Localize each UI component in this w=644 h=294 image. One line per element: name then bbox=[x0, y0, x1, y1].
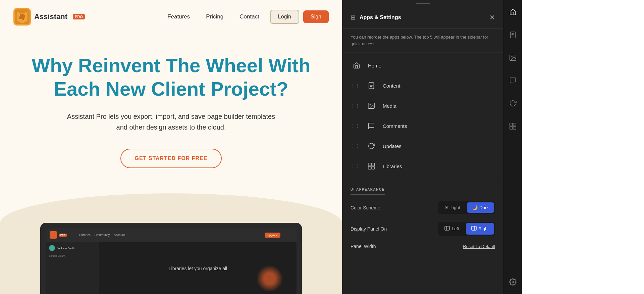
svg-rect-7 bbox=[368, 163, 371, 166]
settings-panel: ⊞ Apps & Settings ✕ You can reorder the … bbox=[342, 0, 503, 294]
logo-pro-badge: PRO bbox=[73, 14, 85, 19]
moon-icon: 🌙 bbox=[472, 205, 478, 210]
panel-width-row: Panel Width Reset To Default bbox=[351, 244, 495, 249]
panel-header: ⊞ Apps & Settings ✕ bbox=[342, 7, 503, 29]
nav-features[interactable]: Features bbox=[167, 13, 190, 20]
panel-right-button[interactable]: Right bbox=[466, 223, 494, 235]
comments-icon bbox=[365, 120, 377, 132]
updates-icon bbox=[365, 140, 377, 152]
svg-rect-18 bbox=[509, 123, 512, 126]
preview-links: Libraries Community Account bbox=[79, 233, 125, 237]
preview-sidebar: Jackson Smith Sample Library bbox=[46, 242, 99, 294]
preview-library-item: Sample Library bbox=[49, 254, 96, 258]
app-name-comments: Comments bbox=[383, 123, 495, 129]
svg-point-6 bbox=[370, 104, 371, 105]
preview-link-account: Account bbox=[114, 233, 125, 237]
logo-area: Assistant PRO bbox=[13, 8, 85, 26]
apps-list: Home ⋮⋮ Content ⋮⋮ Media bbox=[342, 53, 503, 179]
home-icon bbox=[351, 59, 363, 71]
preview-username: Jackson Smith bbox=[57, 247, 74, 250]
sidebar-updates-icon[interactable] bbox=[506, 97, 520, 110]
svg-point-17 bbox=[511, 56, 512, 57]
sidebar-media-icon[interactable] bbox=[506, 51, 520, 64]
sidebar-comments-icon[interactable] bbox=[506, 74, 520, 87]
preview-link-libraries: Libraries bbox=[79, 233, 91, 237]
app-name-updates: Updates bbox=[383, 143, 495, 149]
preview-content: Libraries let you organize all bbox=[99, 242, 297, 294]
display-panel-label: Display Panel On bbox=[351, 226, 438, 232]
navbar: Assistant PRO Features Pricing Contact L… bbox=[0, 0, 342, 34]
preview-logo-icon bbox=[50, 231, 57, 239]
preview-user: Jackson Smith bbox=[49, 245, 96, 251]
media-icon bbox=[365, 100, 377, 112]
preview-avatar bbox=[49, 245, 55, 251]
svg-rect-11 bbox=[445, 226, 449, 230]
sidebar-settings-icon[interactable] bbox=[506, 275, 520, 289]
app-name-home: Home bbox=[368, 63, 495, 68]
preview-body: Jackson Smith Sample Library Libraries l… bbox=[46, 242, 297, 294]
login-button[interactable]: Login bbox=[270, 10, 299, 24]
panel-close-button[interactable]: ✕ bbox=[489, 13, 495, 21]
svg-rect-9 bbox=[368, 166, 371, 169]
nav-contact[interactable]: Contact bbox=[239, 13, 259, 20]
app-name-content: Content bbox=[383, 83, 495, 89]
hero-section: Why Reinvent The Wheel With Each New Cli… bbox=[0, 34, 342, 182]
svg-point-22 bbox=[512, 281, 514, 283]
app-name-media: Media bbox=[383, 103, 495, 109]
drag-handle-comments: ⋮⋮ bbox=[351, 123, 360, 129]
website-preview: Assistant PRO Features Pricing Contact L… bbox=[0, 0, 342, 294]
reset-to-default-button[interactable]: Reset To Default bbox=[463, 244, 495, 249]
far-right-sidebar bbox=[503, 0, 522, 294]
app-item-content[interactable]: ⋮⋮ Content bbox=[342, 76, 503, 96]
content-icon bbox=[365, 80, 377, 92]
color-scheme-row: Color Scheme ☀ Light 🌙 Dark bbox=[351, 201, 495, 214]
signup-button[interactable]: Sign bbox=[303, 10, 329, 23]
panel-left-icon bbox=[444, 226, 450, 232]
nav-links: Features Pricing Contact bbox=[167, 13, 259, 20]
preview-badge: PRO bbox=[59, 234, 67, 237]
svg-rect-19 bbox=[513, 123, 516, 126]
drag-handle-updates: ⋮⋮ bbox=[351, 143, 360, 149]
drag-handle-content: ⋮⋮ bbox=[351, 83, 360, 88]
preview-illustration bbox=[256, 265, 283, 292]
preview-link-community: Community bbox=[95, 233, 110, 237]
nav-pricing[interactable]: Pricing bbox=[206, 13, 223, 20]
app-item-comments[interactable]: ⋮⋮ Comments bbox=[342, 116, 503, 136]
libraries-icon bbox=[365, 160, 377, 172]
logo-icon bbox=[13, 8, 31, 26]
dark-mode-button[interactable]: 🌙 Dark bbox=[467, 202, 494, 213]
svg-rect-4 bbox=[369, 83, 374, 89]
panel-description: You can reorder the apps below. The top … bbox=[342, 29, 503, 53]
hero-cta-button[interactable]: GET STARTED FOR FREE bbox=[120, 149, 221, 168]
preview-logo: PRO bbox=[50, 231, 67, 239]
app-item-home[interactable]: Home bbox=[342, 55, 503, 76]
svg-rect-10 bbox=[372, 166, 374, 169]
drag-handle-media: ⋮⋮ bbox=[351, 103, 360, 108]
panel-left-button[interactable]: Left bbox=[439, 223, 465, 235]
light-mode-button[interactable]: ☀ Light bbox=[439, 202, 465, 213]
panel-right-icon bbox=[471, 226, 477, 232]
panel-width-label: Panel Width bbox=[351, 244, 463, 249]
product-preview: PRO Libraries Community Account Upgrade … bbox=[40, 223, 302, 294]
drag-handle-libraries: ⋮⋮ bbox=[351, 163, 360, 169]
hero-title: Why Reinvent The Wheel With Each New Cli… bbox=[13, 54, 329, 100]
svg-rect-13 bbox=[472, 226, 476, 230]
sidebar-libraries-icon[interactable] bbox=[506, 119, 520, 133]
ui-appearance-label: UI APPEARANCE bbox=[351, 188, 385, 195]
app-item-updates[interactable]: ⋮⋮ Updates bbox=[342, 136, 503, 156]
ui-appearance-section: UI APPEARANCE Color Scheme ☀ Light 🌙 Dar… bbox=[342, 179, 503, 264]
logo-text: Assistant bbox=[34, 12, 67, 21]
svg-rect-20 bbox=[509, 127, 512, 129]
app-item-media[interactable]: ⋮⋮ Media bbox=[342, 96, 503, 116]
sidebar-home-icon[interactable] bbox=[506, 5, 520, 19]
hero-subtitle: Assistant Pro lets you export, import, a… bbox=[64, 111, 278, 133]
preview-upgrade-btn: Upgrade bbox=[265, 233, 280, 238]
color-scheme-toggle: ☀ Light 🌙 Dark bbox=[438, 201, 495, 214]
preview-inner: PRO Libraries Community Account Upgrade … bbox=[46, 228, 297, 294]
preview-navbar: PRO Libraries Community Account Upgrade … bbox=[46, 228, 297, 242]
panel-title: Apps & Settings bbox=[360, 14, 485, 20]
svg-rect-15 bbox=[510, 32, 515, 38]
apps-grid-icon: ⊞ bbox=[351, 14, 356, 21]
sidebar-content-icon[interactable] bbox=[506, 28, 520, 42]
app-item-libraries[interactable]: ⋮⋮ Libraries bbox=[342, 156, 503, 176]
